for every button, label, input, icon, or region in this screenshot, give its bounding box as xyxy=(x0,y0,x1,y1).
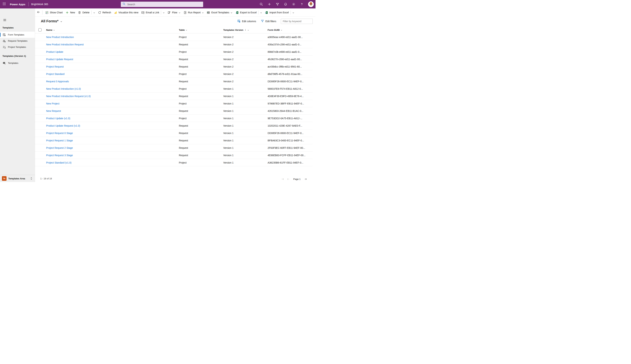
filter-by-keyword-input[interactable] xyxy=(281,19,313,24)
row-name-link[interactable]: Project Request xyxy=(46,65,64,68)
sidebar-item-project-templates[interactable]: Project Templates xyxy=(0,44,35,50)
row-table-value: Request xyxy=(179,122,188,130)
area-switcher[interactable]: TA Templates Area xyxy=(0,175,35,182)
table-row[interactable]: Project Request 0 Stage Request Version … xyxy=(35,130,313,137)
column-header-form-guid[interactable]: Form GUID xyxy=(268,26,282,34)
filter-icon[interactable] xyxy=(276,2,279,6)
chevron-down-icon xyxy=(178,12,181,14)
table-row[interactable]: Product Update (v1.0) Project Version 1 … xyxy=(35,115,313,122)
toolbar-button-excel-templates[interactable]: Excel Templates xyxy=(205,10,234,16)
row-table-value: Request xyxy=(179,137,188,144)
help-icon[interactable] xyxy=(300,2,304,6)
app-name: Power Apps xyxy=(10,3,25,6)
toolbar-button-show-chart[interactable]: Show Chart xyxy=(44,10,64,16)
column-header-templates-version[interactable]: Templates Version xyxy=(223,26,249,34)
sidebar-item-templates[interactable]: Templates xyxy=(0,60,35,66)
row-name-link[interactable]: New Project xyxy=(46,102,59,105)
global-search-box[interactable] xyxy=(121,2,203,7)
edit-filters-button[interactable]: Edit filters xyxy=(261,19,276,24)
toolbar-button-email-a-link[interactable]: Email a Link xyxy=(140,10,161,16)
table-row[interactable]: Product Update Request Request Version 2… xyxy=(35,56,313,63)
row-name-link[interactable]: Project Request 2 Stage xyxy=(46,146,73,149)
row-table-value: Project xyxy=(179,85,187,92)
table-row[interactable]: Project Request 2 Stage Request Version … xyxy=(35,144,313,152)
table-row[interactable]: Project Standard Project Version 2 d8d79… xyxy=(35,70,313,78)
table-row[interactable]: Project Standard (v1.0) Project Version … xyxy=(35,159,313,166)
row-name-link[interactable]: Project Request 1 Stage xyxy=(46,139,73,142)
first-page-button[interactable] xyxy=(281,178,284,180)
back-button[interactable] xyxy=(36,10,41,15)
row-name-link[interactable]: Project Standard xyxy=(46,72,64,76)
toolbar-button-export-to-excel-more[interactable] xyxy=(259,10,263,16)
chevron-down-icon xyxy=(53,29,55,31)
toolbar-button-import-from-excel-more[interactable] xyxy=(291,10,296,16)
row-name-link[interactable]: New Product Introduction Request (v1.0) xyxy=(46,95,91,98)
toolbar-button-run-report[interactable]: Run Report xyxy=(182,10,205,16)
header-divider xyxy=(28,2,29,6)
toolbar-button-delete[interactable]: Delete xyxy=(76,10,91,16)
search-icon[interactable] xyxy=(260,2,263,6)
run-report-icon xyxy=(183,11,187,14)
row-name-link[interactable]: New Product Introduction Request xyxy=(46,43,84,46)
next-page-button[interactable] xyxy=(304,178,307,180)
selected-indicator xyxy=(0,61,1,65)
row-name-link[interactable]: Request 0 Approvals xyxy=(46,80,69,83)
column-header-name[interactable]: Name xyxy=(46,26,55,34)
row-table-value: Request xyxy=(179,130,188,137)
row-name-link[interactable]: Product Update (v1.0) xyxy=(46,117,70,120)
app-launcher-button[interactable] xyxy=(0,0,9,8)
environment-name[interactable]: BrightWork 365 xyxy=(31,3,48,6)
filter-funnel-icon xyxy=(261,19,264,24)
table-row[interactable]: Project Request 1 Stage Request Version … xyxy=(35,137,313,144)
row-name-link[interactable]: Project Standard (v1.0) xyxy=(46,161,72,164)
toolbar-button-import-from-excel[interactable]: Import from Excel xyxy=(263,10,290,16)
row-name-link[interactable]: Project Request 0 Stage xyxy=(46,132,73,134)
user-avatar[interactable] xyxy=(308,2,314,7)
row-version-value: Version 1 xyxy=(223,130,234,137)
toolbar-button-new[interactable]: New xyxy=(64,10,76,16)
show-chart-icon xyxy=(45,11,49,14)
row-name-link[interactable]: Product Update Request xyxy=(46,58,73,61)
excel-templates-icon xyxy=(207,11,210,14)
toolbar-button-visualize-this-view[interactable]: Visualize this view xyxy=(112,10,140,16)
toolbar-button-email-a-link-more[interactable] xyxy=(161,10,166,16)
table-row[interactable]: New Request Request Version 1 42615803-2… xyxy=(35,107,313,115)
table-row[interactable]: New Project Project Version 1 9786B7ED-3… xyxy=(35,100,313,107)
add-icon[interactable] xyxy=(268,2,271,6)
sidebar-item-request-templates[interactable]: Request Templates xyxy=(0,38,35,44)
column-header-table[interactable]: Table xyxy=(179,26,187,34)
row-name-link[interactable]: Product Update xyxy=(46,50,63,53)
table-row[interactable]: New Product Introduction Request (v1.0) … xyxy=(35,92,313,100)
table-row[interactable]: Request 0 Approvals Request Version 2 DD… xyxy=(35,78,313,85)
add-green-icon xyxy=(66,11,69,14)
previous-page-button[interactable] xyxy=(287,178,290,180)
row-name-link[interactable]: Product Update Request (v1.0) xyxy=(46,124,80,127)
row-version-value: Version 2 xyxy=(223,56,234,63)
table-row[interactable]: Product Update Project Version 2 898d7c0… xyxy=(35,48,313,56)
notifications-icon[interactable] xyxy=(284,2,287,6)
table-row[interactable]: New Product Introduction Request Request… xyxy=(35,41,313,48)
view-selector[interactable]: All Forms* xyxy=(41,19,62,23)
select-all-checkbox[interactable] xyxy=(38,28,42,32)
edit-columns-button[interactable]: Edit columns xyxy=(237,19,256,24)
toolbar-button-refresh[interactable]: Refresh xyxy=(96,10,112,16)
hamburger-menu-button[interactable] xyxy=(3,18,7,22)
sidebar-item-form-templates[interactable]: Form Templates xyxy=(0,32,35,38)
table-row[interactable]: New Product Introduction Project Version… xyxy=(35,34,313,41)
row-name-link[interactable]: New Product Introduction xyxy=(46,36,74,38)
row-table-value: Project xyxy=(179,70,187,78)
flow-icon xyxy=(167,11,171,14)
row-name-link[interactable]: New Product Introduction (v1.0) xyxy=(46,88,81,90)
settings-icon[interactable] xyxy=(292,2,295,6)
table-row[interactable]: Project Request Request Version 2 ac439d… xyxy=(35,63,313,70)
toolbar-button-delete-more[interactable] xyxy=(92,10,96,16)
row-name-link[interactable]: Project Request 3 Stage xyxy=(46,154,73,157)
toolbar-button-flow[interactable]: Flow xyxy=(166,10,182,16)
table-row[interactable]: Product Update Request (v1.0) Request Ve… xyxy=(35,122,313,130)
row-name-link[interactable]: New Request xyxy=(46,110,61,112)
table-row[interactable]: Project Request 3 Stage Request Version … xyxy=(35,152,313,159)
toolbar-button-export-to-excel[interactable]: Export to Excel xyxy=(234,10,258,16)
row-table-value: Request xyxy=(179,56,188,63)
table-row[interactable]: New Product Introduction (v1.0) Project … xyxy=(35,85,313,92)
global-search-input[interactable] xyxy=(127,3,201,6)
